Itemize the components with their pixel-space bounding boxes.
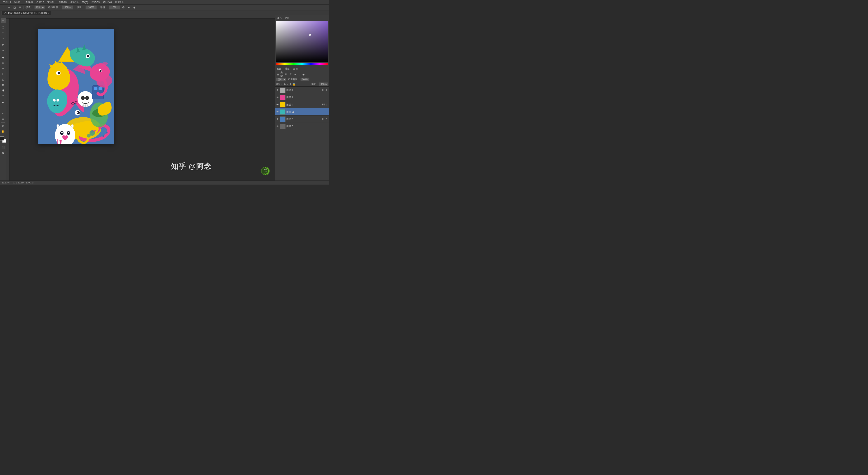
layers-toolbar: ⊞ 类型 ☷ T ✦ ♫ ◉ — [275, 72, 329, 77]
shape-tool[interactable]: ▭ — [1, 117, 6, 121]
path-select-tool[interactable]: ↖ — [1, 111, 6, 116]
svg-point-8 — [78, 91, 93, 107]
layers-icon2[interactable]: T — [289, 72, 292, 76]
color-swatch[interactable] — [0, 137, 6, 143]
tab-layers[interactable]: 图层 — [275, 67, 283, 71]
pen-icon[interactable]: ✒ — [127, 5, 131, 10]
settings-icon[interactable]: ⚙ — [121, 5, 126, 10]
layers-filter-icon[interactable]: ⊞ — [276, 72, 280, 76]
opacity-input[interactable] — [62, 5, 73, 9]
tab-close-button[interactable]: × — [48, 12, 49, 14]
layer-1-visibility[interactable]: 👁 — [276, 96, 279, 99]
svg-point-6 — [61, 132, 63, 133]
menu-3d[interactable]: 3D(D) — [80, 0, 90, 4]
clone-tool[interactable]: ⌖ — [1, 66, 6, 71]
foreground-color-box[interactable] — [0, 137, 4, 141]
home-icon[interactable]: ⌂ — [1, 5, 6, 10]
eraser-tool[interactable]: ◻ — [1, 77, 6, 82]
zoom-tool[interactable]: ⊕ — [1, 123, 6, 128]
smooth-input[interactable] — [109, 5, 120, 9]
fill-label: 填充： — [311, 83, 318, 86]
pen-tool[interactable]: ✒ — [1, 100, 6, 105]
tool-icon[interactable]: ⊕ — [18, 5, 22, 10]
eyedropper-tool[interactable]: ✄ — [1, 48, 6, 53]
layer-2-visibility[interactable]: 👁 — [276, 103, 279, 106]
marquee-tool[interactable]: ⬚ — [1, 25, 6, 30]
menu-view[interactable]: 视图(V) — [90, 0, 101, 4]
lock-image-icon[interactable]: ✏ — [287, 83, 289, 86]
quick-mask-tool[interactable]: ⬛ — [1, 145, 6, 150]
svg-text:↑ 1.5%: ↑ 1.5% — [264, 171, 267, 172]
history-brush-tool[interactable]: ↩ — [1, 71, 6, 77]
move-tool[interactable]: ✛ — [1, 18, 6, 23]
crop-tool[interactable]: ⊡ — [1, 43, 6, 48]
menu-text[interactable]: 文字(T) — [46, 0, 57, 4]
lock-row: 锁定： ⊘ ✏ ✛ 🔒 填充： — [275, 82, 329, 87]
ruler-top: // ruler ticks drawn via JS below — [6, 16, 275, 19]
layer-4-visibility[interactable]: 👁 — [276, 118, 279, 121]
layers-icon5[interactable]: ◉ — [302, 72, 305, 76]
layer-item-0[interactable]: 👁 图层 0 FE 0 — [275, 87, 329, 94]
hue-slider[interactable] — [276, 63, 328, 65]
tab-paths[interactable]: 路径 — [291, 67, 300, 71]
blend-mode-select[interactable]: 正常 — [276, 78, 286, 81]
blur-tool[interactable]: ◉ — [1, 88, 6, 93]
canvas-area[interactable]: // ruler ticks drawn via JS below — [6, 16, 275, 180]
statusbar: 33.33% X: J-30.5M / 130.1M — [0, 180, 329, 184]
menu-layer[interactable]: 图层(L) — [35, 0, 45, 4]
layer-4-fe-label: FE 2 — [322, 118, 327, 120]
layers-opacity-input[interactable] — [301, 78, 309, 81]
artwork-canvas[interactable] — [38, 29, 114, 144]
healing-tool[interactable]: ✚ — [1, 55, 6, 60]
layers-section: 图层 通道 路径 ⊞ 类型 ☷ T ✦ ♫ ◉ 正常 不透明度： — [275, 66, 329, 180]
layer-item-5[interactable]: 👁 图层 7 — [275, 123, 329, 130]
layer-0-fe-label: FE 0 — [322, 89, 327, 91]
lasso-tool[interactable]: ⌖ — [1, 30, 6, 35]
color-tab-swatches[interactable]: 色板 — [284, 16, 291, 20]
quick-select-tool[interactable]: ✦ — [1, 36, 6, 41]
layer-5-visibility[interactable]: 👁 — [276, 125, 279, 128]
svg-point-7 — [68, 132, 69, 133]
layer-item-1[interactable]: 👁 图层 3 — [275, 94, 329, 101]
svg-point-10 — [86, 96, 89, 100]
svg-point-38 — [87, 55, 89, 57]
screen-mode-tool[interactable]: ⊠ — [1, 151, 6, 156]
layer-item-3[interactable]: 👁 图层 11 — [275, 108, 329, 116]
menu-window[interactable]: 窗口(W) — [101, 0, 113, 4]
menu-help[interactable]: 帮助(H) — [114, 0, 125, 4]
menu-image[interactable]: 图像(I) — [24, 0, 34, 4]
layer-0-visibility[interactable]: 👁 — [276, 89, 279, 92]
fill-input[interactable] — [319, 82, 328, 86]
document-tab[interactable]: 0414练习.psd @ 33.3% (图层 11, RGB/8#) × — [1, 11, 51, 15]
layers-icon3[interactable]: ✦ — [293, 72, 297, 76]
brush-tool[interactable]: ✏ — [1, 61, 6, 66]
watermark: 知乎 @阿念 — [171, 161, 212, 172]
lock-all-icon[interactable]: 🔒 — [292, 83, 296, 86]
mode-select[interactable]: 正常 — [34, 5, 45, 9]
doodle-illustration — [38, 29, 114, 144]
gradient-tool[interactable]: ▦ — [1, 82, 6, 87]
transform-icon[interactable]: ◈ — [132, 5, 136, 10]
layers-icon1[interactable]: ☷ — [285, 72, 288, 76]
erase-icon[interactable]: ◻ — [12, 5, 17, 10]
menu-filter[interactable]: 滤镜(Q) — [68, 0, 80, 4]
menu-edit[interactable]: 编辑(E) — [13, 0, 24, 4]
lock-position-icon[interactable]: ✛ — [289, 83, 291, 86]
layer-item-2[interactable]: 👁 图层 1 FE 1 — [275, 101, 329, 108]
layer-item-4[interactable]: 👁 图层 2 FE 2 — [275, 116, 329, 123]
color-tab-color[interactable]: 颜色 — [276, 16, 283, 20]
layer-3-visibility[interactable]: 👁 — [276, 110, 279, 114]
svg-point-9 — [81, 96, 85, 100]
layers-icon4[interactable]: ♫ — [298, 72, 301, 76]
color-gradient-picker[interactable] — [276, 21, 328, 62]
tab-channels[interactable]: 通道 — [283, 67, 291, 71]
flow-input[interactable] — [86, 5, 97, 9]
lock-transparency-icon[interactable]: ⊘ — [284, 83, 286, 86]
brush-icon[interactable]: ✏ — [7, 5, 11, 10]
menu-file[interactable]: 文件(F) — [1, 0, 12, 4]
text-tool[interactable]: T — [1, 106, 6, 111]
dodge-tool[interactable]: ○ — [1, 93, 6, 98]
hand-tool[interactable]: ✋ — [1, 129, 6, 134]
menu-select[interactable]: 选择(S) — [57, 0, 68, 4]
svg-point-42 — [87, 134, 91, 138]
